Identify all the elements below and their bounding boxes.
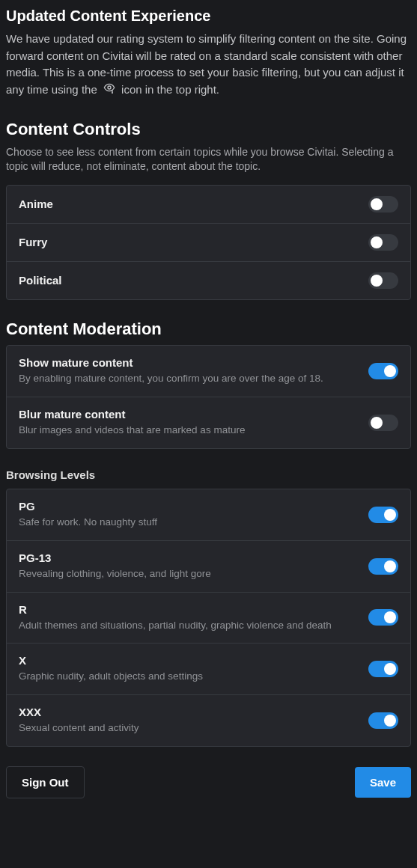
level-r-sub: Adult themes and situations, partial nud…: [19, 619, 359, 633]
topic-furry-label: Furry: [19, 236, 359, 248]
level-x-sub: Graphic nudity, adult objects and settin…: [19, 670, 359, 684]
topic-anime-row: Anime: [7, 186, 410, 224]
show-mature-toggle[interactable]: [368, 363, 398, 379]
show-mature-row: Show mature content By enabling mature c…: [7, 346, 410, 397]
level-pg13-label: PG-13: [19, 551, 359, 564]
level-pg-toggle[interactable]: [368, 507, 398, 523]
level-xxx-label: XXX: [19, 706, 359, 718]
intro-text-after: icon in the top right.: [121, 83, 219, 96]
level-pg13-toggle[interactable]: [368, 558, 398, 575]
level-pg-label: PG: [19, 500, 359, 513]
save-button[interactable]: Save: [355, 767, 411, 798]
content-controls-panel: Anime Furry Political: [6, 185, 411, 300]
topic-furry-row: Furry: [7, 224, 410, 262]
level-x-row: X Graphic nudity, adult objects and sett…: [7, 644, 410, 695]
topic-anime-label: Anime: [19, 198, 359, 210]
sign-out-button[interactable]: Sign Out: [6, 766, 85, 798]
topic-political-toggle[interactable]: [368, 272, 398, 289]
eye-settings-icon: [102, 82, 117, 99]
svg-point-0: [108, 86, 111, 89]
level-pg-row: PG Safe for work. No naughty stuff: [7, 489, 410, 541]
level-pg13-row: PG-13 Revealing clothing, violence, and …: [7, 541, 410, 593]
content-moderation-heading: Content Moderation: [6, 320, 411, 339]
level-pg-sub: Safe for work. No naughty stuff: [19, 516, 359, 530]
level-xxx-row: XXX Sexual content and activity: [7, 695, 410, 746]
topic-anime-toggle[interactable]: [368, 196, 398, 213]
show-mature-label: Show mature content: [19, 356, 359, 369]
topic-furry-toggle[interactable]: [368, 234, 398, 251]
show-mature-sub: By enabling mature content, you confirm …: [19, 372, 359, 386]
page-title: Updated Content Experience: [6, 7, 411, 25]
level-xxx-toggle[interactable]: [368, 712, 398, 729]
blur-mature-toggle[interactable]: [368, 415, 398, 431]
level-r-row: R Adult themes and situations, partial n…: [7, 593, 410, 644]
intro-text: We have updated our rating system to sim…: [6, 31, 411, 99]
topic-political-row: Political: [7, 262, 410, 299]
svg-point-2: [112, 93, 113, 94]
blur-mature-label: Blur mature content: [19, 408, 359, 421]
level-x-label: X: [19, 654, 359, 667]
topic-political-label: Political: [19, 274, 359, 287]
level-r-toggle[interactable]: [368, 609, 398, 626]
content-controls-heading: Content Controls: [6, 120, 411, 139]
level-pg13-sub: Revealing clothing, violence, and light …: [19, 567, 359, 581]
footer: Sign Out Save: [6, 766, 411, 798]
level-r-label: R: [19, 603, 359, 616]
level-x-toggle[interactable]: [368, 661, 398, 677]
blur-mature-sub: Blur images and videos that are marked a…: [19, 424, 359, 438]
browsing-levels-panel: PG Safe for work. No naughty stuff PG-13…: [6, 489, 411, 747]
content-controls-desc: Choose to see less content from certain …: [6, 145, 411, 174]
blur-mature-row: Blur mature content Blur images and vide…: [7, 397, 410, 448]
level-xxx-sub: Sexual content and activity: [19, 721, 359, 736]
content-moderation-panel: Show mature content By enabling mature c…: [6, 345, 411, 449]
browsing-levels-heading: Browsing Levels: [6, 468, 411, 481]
